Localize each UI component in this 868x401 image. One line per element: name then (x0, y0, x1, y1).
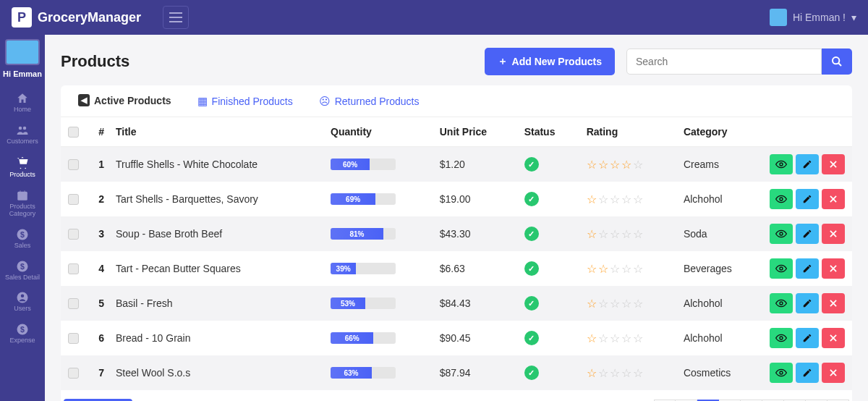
view-button[interactable] (770, 293, 793, 313)
sidebar-item-sales-detail[interactable]: $Sales Detail (0, 254, 45, 286)
row-title[interactable]: Tart - Pecan Butter Squares (109, 251, 323, 286)
svg-point-19 (780, 232, 783, 235)
dollar-icon: $ (16, 260, 29, 273)
add-new-products-button[interactable]: ＋ Add New Products (485, 48, 615, 75)
delete-button[interactable] (822, 154, 845, 174)
row-checkbox[interactable] (68, 194, 79, 205)
svg-point-13 (780, 163, 783, 166)
tab-active-products[interactable]: ◀Active Products (65, 85, 184, 117)
sidebar-item-users[interactable]: Users (0, 285, 45, 317)
edit-button[interactable] (796, 363, 819, 383)
svg-text:$: $ (20, 229, 25, 238)
star-icon: ☆ (610, 227, 620, 241)
sidebar-item-expense[interactable]: $Expense (0, 317, 45, 349)
row-checkbox[interactable] (68, 229, 79, 240)
delete-button[interactable] (822, 224, 845, 244)
view-button[interactable] (770, 154, 793, 174)
star-icon: ☆ (598, 193, 608, 206)
select-all-checkbox[interactable] (68, 127, 79, 138)
edit-button[interactable] (796, 258, 819, 279)
row-title[interactable]: Soup - Base Broth Beef (109, 216, 323, 251)
eye-icon (775, 297, 787, 309)
row-checkbox[interactable] (68, 333, 79, 344)
row-price: $90.45 (433, 321, 517, 355)
search-input[interactable] (626, 48, 822, 75)
edit-button[interactable] (796, 293, 819, 313)
qty-progress: 60% (331, 159, 396, 170)
star-icon: ☆ (587, 158, 597, 172)
eye-icon (775, 159, 787, 170)
row-price: $6.63 (433, 251, 517, 286)
eye-icon (775, 332, 787, 344)
row-title[interactable]: Truffle Shells - White Chocolate (109, 147, 323, 182)
tab-returned-products[interactable]: ☹Returned Products (306, 85, 433, 117)
row-checkbox[interactable] (68, 298, 79, 309)
star-icon: ☆ (598, 262, 608, 276)
home-icon (16, 92, 29, 105)
search-button[interactable] (822, 48, 852, 75)
logo: P (12, 7, 32, 28)
dollar-icon: $ (16, 228, 29, 241)
edit-button[interactable] (796, 224, 819, 244)
edit-button[interactable] (796, 189, 819, 209)
table-row: 3 Soup - Base Broth Beef 81% $43.30 ✓ ☆☆… (61, 216, 852, 251)
sidebar-item-products[interactable]: Products (0, 150, 45, 183)
sidebar-item-sales[interactable]: $Sales (0, 222, 45, 254)
col-price[interactable]: Unit Price (433, 117, 517, 147)
delete-button[interactable] (822, 328, 845, 348)
status-ok-icon: ✓ (524, 366, 539, 380)
status-ok-icon: ✓ (524, 192, 539, 206)
row-title[interactable]: Steel Wool S.o.s (109, 355, 323, 390)
row-checkbox[interactable] (68, 368, 79, 379)
close-icon (828, 229, 838, 239)
row-title[interactable]: Basil - Fresh (109, 286, 323, 321)
row-checkbox[interactable] (68, 263, 79, 274)
view-button[interactable] (770, 328, 793, 348)
delete-button[interactable] (822, 189, 845, 209)
col-category[interactable]: Category (676, 117, 762, 147)
user-menu[interactable]: Hi Emman ! ▾ (770, 9, 856, 26)
eye-icon (775, 263, 787, 274)
svg-point-28 (780, 337, 783, 339)
sidebar-avatar[interactable] (5, 39, 40, 65)
edit-button[interactable] (796, 328, 819, 348)
col-status[interactable]: Status (517, 117, 579, 147)
status-ok-icon: ✓ (524, 331, 539, 345)
row-price: $84.43 (433, 286, 517, 321)
tab-finished-products[interactable]: ▦Finished Products (184, 85, 306, 117)
col-rating[interactable]: Rating (579, 117, 676, 147)
delete-button[interactable] (822, 363, 845, 383)
star-icon: ☆ (633, 366, 643, 380)
avatar (770, 9, 787, 26)
svg-text:$: $ (20, 261, 25, 270)
view-button[interactable] (770, 258, 793, 279)
star-icon: ☆ (621, 332, 631, 345)
delete-button[interactable] (822, 293, 845, 313)
sidebar-item-home[interactable]: Home (0, 86, 45, 118)
delete-button[interactable] (822, 258, 845, 279)
pencil-icon (802, 368, 812, 378)
sidebar-item-products-category[interactable]: Products Category (0, 183, 45, 222)
row-num: 1 (87, 147, 109, 182)
edit-button[interactable] (796, 154, 819, 174)
view-button[interactable] (770, 189, 793, 209)
user-greeting: Hi Emman ! (793, 12, 846, 23)
chevron-down-icon: ▾ (851, 12, 856, 23)
star-icon: ☆ (633, 227, 643, 241)
view-button[interactable] (770, 363, 793, 383)
view-button[interactable] (770, 224, 793, 244)
row-rating: ☆☆☆☆☆ (587, 193, 669, 206)
svg-point-11 (833, 57, 839, 64)
row-checkbox[interactable] (68, 159, 79, 170)
hamburger-menu[interactable] (163, 6, 189, 29)
col-title[interactable]: Title (109, 117, 323, 147)
sidebar-item-customers[interactable]: Customers (0, 118, 45, 150)
row-title[interactable]: Bread - 10 Grain (109, 321, 323, 355)
star-icon: ☆ (587, 193, 597, 206)
col-qty[interactable]: Quantity (323, 117, 433, 147)
svg-point-16 (780, 198, 783, 200)
row-title[interactable]: Tart Shells - Barquettes, Savory (109, 182, 323, 216)
qty-progress: 53% (331, 297, 396, 309)
row-category: Beverages (676, 251, 762, 286)
col-num[interactable]: # (87, 117, 109, 147)
